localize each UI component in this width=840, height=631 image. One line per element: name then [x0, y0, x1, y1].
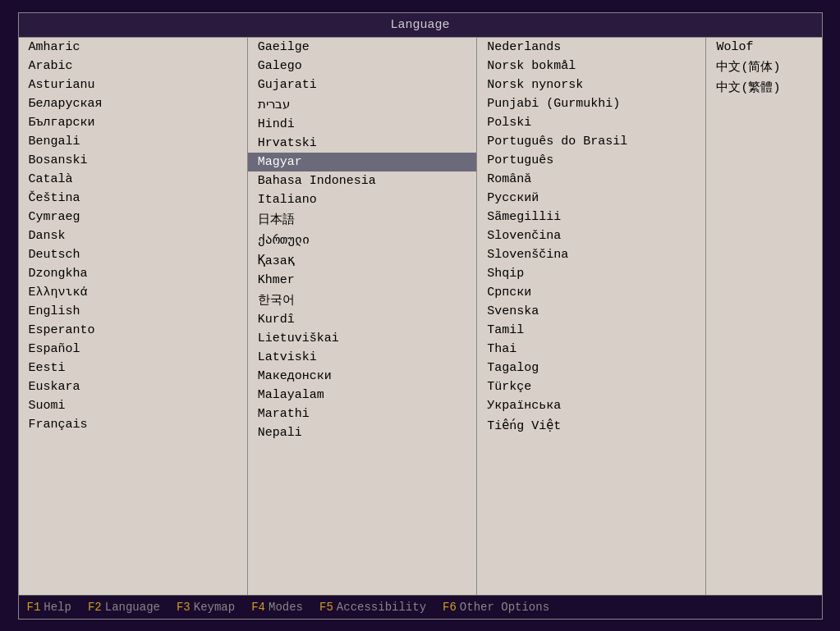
language-item[interactable]: English — [19, 302, 247, 321]
language-item[interactable]: Norsk bokmål — [477, 57, 705, 75]
footer-key-f4: F4 — [251, 601, 265, 614]
footer-item-f2[interactable]: F2Language — [88, 601, 160, 614]
language-item[interactable]: Punjabi (Gurmukhi) — [477, 94, 705, 113]
language-column-3: Wolof中文(简体)中文(繁體) — [706, 38, 821, 595]
language-item[interactable]: Khmer — [248, 271, 476, 290]
language-item[interactable]: Polski — [477, 113, 705, 132]
language-item[interactable]: 한국어 — [248, 290, 476, 310]
language-item[interactable]: Eesti — [19, 359, 247, 377]
language-column-0: AmharicArabicAsturianuБеларускаяБългарск… — [19, 38, 248, 595]
language-item[interactable]: Lietuviškai — [248, 329, 476, 348]
language-item[interactable]: Ελληνικά — [19, 283, 247, 302]
language-item[interactable]: Nepali — [248, 423, 476, 442]
language-item[interactable]: Català — [19, 170, 247, 189]
language-item[interactable]: Magyar — [248, 153, 476, 171]
language-item[interactable]: Hindi — [248, 115, 476, 134]
footer-item-f1[interactable]: F1Help — [27, 601, 71, 614]
footer-label-f6: Other Options — [460, 601, 549, 614]
language-item[interactable]: Arabic — [19, 57, 247, 75]
language-item[interactable]: Bosanski — [19, 151, 247, 170]
language-item[interactable]: Türkçe — [477, 377, 705, 396]
language-item[interactable]: Tamil — [477, 321, 705, 340]
language-item[interactable]: Galego — [248, 57, 476, 75]
language-item[interactable]: Svenska — [477, 302, 705, 321]
language-item[interactable]: Français — [19, 415, 247, 434]
language-item[interactable]: Italiano — [248, 190, 476, 209]
footer-label-f3: Keymap — [194, 601, 235, 614]
footer-label-f4: Modes — [269, 601, 303, 614]
language-item[interactable]: 日本語 — [248, 209, 476, 230]
language-item[interactable]: עברית — [248, 94, 476, 115]
language-item[interactable]: Esperanto — [19, 321, 247, 340]
language-item[interactable]: Deutsch — [19, 245, 247, 264]
language-item[interactable]: Српски — [477, 283, 705, 302]
language-item[interactable]: Marathi — [248, 405, 476, 423]
language-item[interactable]: ქართული — [248, 230, 476, 250]
language-item[interactable]: 中文(繁體) — [706, 77, 821, 98]
language-item[interactable]: Latviski — [248, 348, 476, 367]
footer-item-f6[interactable]: F6Other Options — [443, 601, 549, 614]
language-item[interactable]: Nederlands — [477, 38, 705, 57]
footer-key-f6: F6 — [443, 601, 457, 614]
footer-item-f4[interactable]: F4Modes — [251, 601, 303, 614]
language-item[interactable]: Thai — [477, 340, 705, 359]
language-item[interactable]: Română — [477, 170, 705, 189]
language-item[interactable]: Español — [19, 340, 247, 359]
language-item[interactable]: Norsk nynorsk — [477, 75, 705, 94]
language-item[interactable]: Asturianu — [19, 75, 247, 94]
language-item[interactable]: Gaeilge — [248, 38, 476, 57]
footer-label-f1: Help — [44, 601, 71, 614]
language-item[interactable]: Hrvatski — [248, 134, 476, 153]
language-item[interactable]: Беларуская — [19, 94, 247, 113]
language-list: AmharicArabicAsturianuБеларускаяБългарск… — [19, 38, 822, 595]
language-item[interactable]: Български — [19, 113, 247, 132]
language-item[interactable]: Shqip — [477, 264, 705, 283]
language-column-2: NederlandsNorsk bokmålNorsk nynorskPunja… — [477, 38, 706, 595]
language-item[interactable]: Dansk — [19, 226, 247, 245]
language-item[interactable]: Українська — [477, 396, 705, 415]
language-item[interactable]: Bengali — [19, 132, 247, 151]
language-item[interactable]: Wolof — [706, 38, 821, 57]
language-item[interactable]: Português do Brasil — [477, 132, 705, 151]
language-item[interactable]: Қазақ — [248, 250, 476, 271]
footer-label-f5: Accessibility — [337, 601, 426, 614]
footer-key-f5: F5 — [319, 601, 333, 614]
language-item[interactable]: Cymraeg — [19, 208, 247, 226]
language-item[interactable]: Tiếng Việt — [477, 415, 705, 436]
language-item[interactable]: 中文(简体) — [706, 57, 821, 77]
language-item[interactable]: Čeština — [19, 189, 247, 208]
footer-key-f1: F1 — [27, 601, 41, 614]
language-item[interactable]: Euskara — [19, 377, 247, 396]
language-item[interactable]: Suomi — [19, 396, 247, 415]
footer-label-f2: Language — [105, 601, 160, 614]
language-item[interactable]: Malayalam — [248, 386, 476, 405]
language-item[interactable]: Gujarati — [248, 75, 476, 94]
language-item[interactable]: Tagalog — [477, 359, 705, 377]
language-item[interactable]: Slovenčina — [477, 226, 705, 245]
language-item[interactable]: Bahasa Indonesia — [248, 171, 476, 190]
language-item[interactable]: Amharic — [19, 38, 247, 57]
language-item[interactable]: Slovenščina — [477, 245, 705, 264]
language-item[interactable]: Kurdî — [248, 310, 476, 329]
footer-key-f3: F3 — [177, 601, 190, 614]
footer-item-f5[interactable]: F5Accessibility — [319, 601, 426, 614]
language-column-1: GaeilgeGalegoGujaratiעבריתHindiHrvatskiM… — [248, 38, 477, 595]
language-item[interactable]: Русский — [477, 189, 705, 208]
language-item[interactable]: Македонски — [248, 367, 476, 386]
language-item[interactable]: Dzongkha — [19, 264, 247, 283]
footer-bar: F1HelpF2LanguageF3KeymapF4ModesF5Accessi… — [19, 595, 822, 619]
language-dialog: Language AmharicArabicAsturianuБеларуска… — [18, 12, 823, 620]
language-item[interactable]: Português — [477, 151, 705, 170]
footer-item-f3[interactable]: F3Keymap — [177, 601, 235, 614]
language-item[interactable]: Sãmegillii — [477, 208, 705, 226]
footer-key-f2: F2 — [88, 601, 102, 614]
language-title: Language — [19, 13, 822, 38]
